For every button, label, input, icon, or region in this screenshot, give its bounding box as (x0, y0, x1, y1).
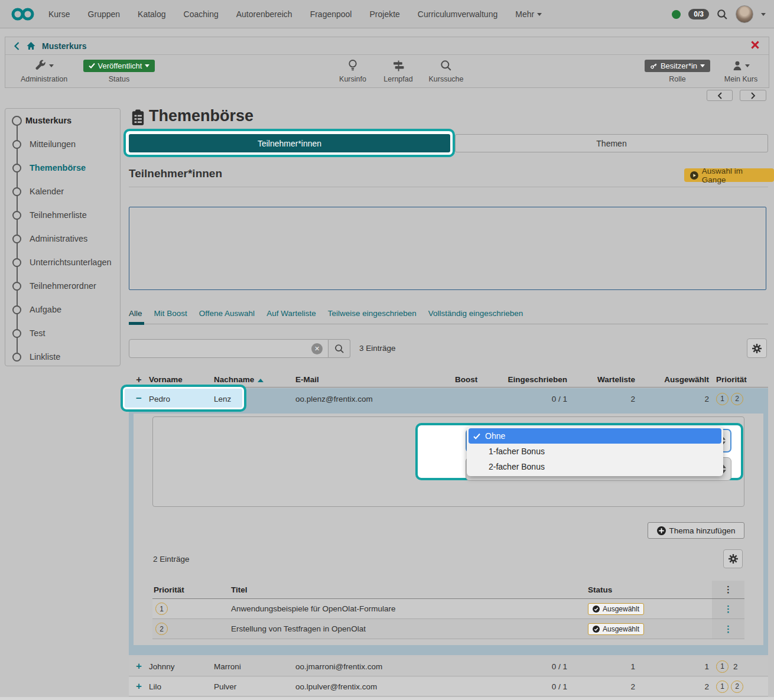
cell-prioritaet: 2 (152, 623, 231, 635)
chevron-down-icon (700, 64, 705, 67)
clear-search-icon[interactable]: ✕ (311, 343, 323, 354)
close-icon[interactable] (750, 40, 760, 50)
row-collapse-icon[interactable]: − (129, 393, 149, 405)
nav-coaching[interactable]: Coaching (184, 9, 219, 19)
filter-offene-auswahl[interactable]: Offene Auswahl (199, 309, 255, 318)
table-row-johnny[interactable]: + Johnny Marroni oo.jmarroni@frentix.com… (129, 657, 768, 676)
topics-settings-button[interactable] (723, 549, 743, 568)
status-published-button[interactable]: Veröffentlicht (83, 60, 155, 72)
task-counter-badge[interactable]: 0/3 (688, 9, 709, 19)
filter-auf-warteliste[interactable]: Auf Warteliste (266, 309, 316, 318)
table-row-pedro[interactable]: − Pedro Lenz oo.plenz@frentix.com 0 / 1 … (129, 388, 768, 409)
prev-page-button[interactable] (707, 90, 733, 101)
nav-projekte[interactable]: Projekte (369, 9, 399, 19)
search-icon[interactable] (717, 9, 728, 20)
filter-teilweise-eingeschrieben[interactable]: Teilweise eingeschrieben (328, 309, 417, 318)
openolat-logo-icon[interactable] (11, 5, 38, 23)
back-chevron-icon[interactable] (14, 42, 20, 50)
col-prioritaet[interactable]: Priorität (152, 585, 231, 594)
kebab-menu-icon[interactable]: ⋮ (724, 604, 733, 614)
topic-row[interactable]: 2 Erstellung von Testfragen in OpenOlat … (152, 619, 744, 639)
sidebar-item-musterkurs[interactable]: Musterkurs (5, 114, 120, 127)
chevron-down-icon (49, 64, 54, 67)
user-avatar[interactable] (736, 5, 753, 23)
dropdown-option-2-facher-bonus[interactable]: 2-facher Bonus (469, 459, 721, 474)
sidebar-item-linkliste[interactable]: Linkliste (5, 350, 120, 363)
course-menu-sidebar: Musterkurs Mitteilungen Themenbörse Kale… (5, 108, 121, 366)
expand-all-icon[interactable]: + (129, 375, 149, 385)
sidebar-item-teilnehmerliste[interactable]: Teilnehmerliste (5, 209, 120, 222)
breadcrumb-course[interactable]: Musterkurs (42, 41, 86, 51)
col-prioritaet[interactable]: Priorität (709, 375, 768, 384)
kebab-menu-icon[interactable]: ⋮ (724, 584, 733, 595)
check-icon (473, 433, 480, 439)
node-circle-icon (12, 140, 21, 149)
sidebar-item-administratives[interactable]: Administratives (5, 232, 120, 245)
col-eingeschrieben[interactable]: Eingeschrieben (476, 375, 567, 384)
gear-icon (729, 554, 738, 564)
col-status[interactable]: Status (588, 585, 712, 594)
sidebar-item-kalender[interactable]: Kalender (5, 185, 120, 198)
col-nachname[interactable]: Nachname (214, 375, 295, 384)
sidebar-item-test[interactable]: Test (5, 327, 120, 340)
active-filter-underline (129, 322, 144, 325)
col-email[interactable]: E-Mail (295, 375, 455, 384)
boost-dropdown-menu: Ohne 1-facher Bonus 2-facher Bonus (467, 426, 723, 476)
filter-alle[interactable]: Alle (129, 309, 142, 318)
cell-prioritaet: 1 2 (709, 660, 768, 673)
sidebar-item-themenboerse[interactable]: Themenbörse (5, 161, 120, 174)
row-expand-icon[interactable]: + (129, 681, 149, 692)
nav-autorenbereich[interactable]: Autorenbereich (236, 9, 292, 19)
col-boost[interactable]: Boost (455, 375, 476, 384)
priority-badge: 1 (716, 681, 729, 693)
nav-gruppen[interactable]: Gruppen (88, 9, 120, 19)
dropdown-option-1-facher-bonus[interactable]: 1-facher Bonus (469, 444, 721, 459)
tab-themen[interactable]: Themen (455, 134, 768, 152)
configuration-panel: i Konfiguration Max. Auswahl/Prioritäten… (129, 207, 766, 290)
cell-vorname: Pedro (149, 395, 214, 403)
cell-warteliste: 2 (567, 395, 635, 403)
sidebar-item-teilnehmerordner[interactable]: Teilnehmerordner (5, 279, 120, 292)
tab-teilnehmerinnen[interactable]: Teilnehmer*innen (129, 134, 450, 152)
dropdown-option-ohne[interactable]: Ohne (469, 428, 721, 444)
col-titel[interactable]: Titel (231, 585, 588, 594)
sidebar-item-aufgabe[interactable]: Aufgabe (5, 303, 120, 316)
nav-more-menu[interactable]: Mehr (515, 9, 542, 19)
nav-curriculumverwaltung[interactable]: Curriculumverwaltung (418, 9, 497, 19)
role-owner-button[interactable]: Besitzer*in (645, 60, 710, 72)
row-expand-icon[interactable]: + (129, 660, 149, 672)
selection-in-progress-badge: Auswahl im Gange (684, 168, 774, 182)
table-row-lilo[interactable]: + Lilo Pulver oo.lpulver@frentix.com 0 /… (129, 677, 768, 696)
search-input[interactable] (129, 339, 329, 358)
toolbar-mein-kurs[interactable]: Mein Kurs (717, 57, 765, 83)
chevron-down-icon (745, 64, 750, 67)
section-divider (129, 187, 768, 187)
toolbar-administration[interactable]: Administration (16, 57, 72, 83)
topic-row[interactable]: 1 Anwendungsbeispiele für OpenOlat-Formu… (152, 599, 744, 619)
col-warteliste[interactable]: Warteliste (567, 375, 635, 384)
col-ausgewaehlt[interactable]: Ausgewählt (635, 375, 709, 384)
cell-eingeschrieben: 0 / 1 (476, 395, 567, 403)
filter-mit-boost[interactable]: Mit Boost (154, 309, 187, 318)
toolbar-kursinfo[interactable]: Kursinfo (334, 57, 371, 83)
add-topic-button[interactable]: Thema hinzufügen (648, 522, 744, 539)
col-vorname[interactable]: Vorname (149, 375, 214, 384)
nav-kurse[interactable]: Kurse (48, 9, 70, 19)
nav-fragenpool[interactable]: Fragenpool (310, 9, 352, 19)
toolbar-kurssuche[interactable]: Kurssuche (423, 57, 469, 83)
priority-badge: 1 (155, 603, 168, 615)
user-menu-chevron-icon[interactable] (761, 13, 766, 16)
filter-vollstaendig-eingeschrieben[interactable]: Vollständig eingeschrieben (428, 309, 523, 318)
next-page-button[interactable] (740, 90, 766, 101)
table-settings-button[interactable] (747, 338, 767, 358)
sidebar-item-unterrichtsunterlagen[interactable]: Unterrichtsunterlagen (5, 256, 120, 269)
search-button[interactable] (329, 339, 350, 358)
cell-ausgewaehlt: 1 (635, 662, 709, 671)
top-navbar: Kurse Gruppen Katalog Coaching Autorenbe… (0, 0, 774, 28)
home-icon[interactable] (26, 41, 36, 50)
toolbar-lernpfad[interactable]: Lernpfad (379, 57, 418, 83)
nav-katalog[interactable]: Katalog (138, 9, 165, 19)
page-title: Themenbörse (149, 107, 253, 125)
kebab-menu-icon[interactable]: ⋮ (724, 624, 733, 634)
sidebar-item-mitteilungen[interactable]: Mitteilungen (5, 138, 120, 151)
